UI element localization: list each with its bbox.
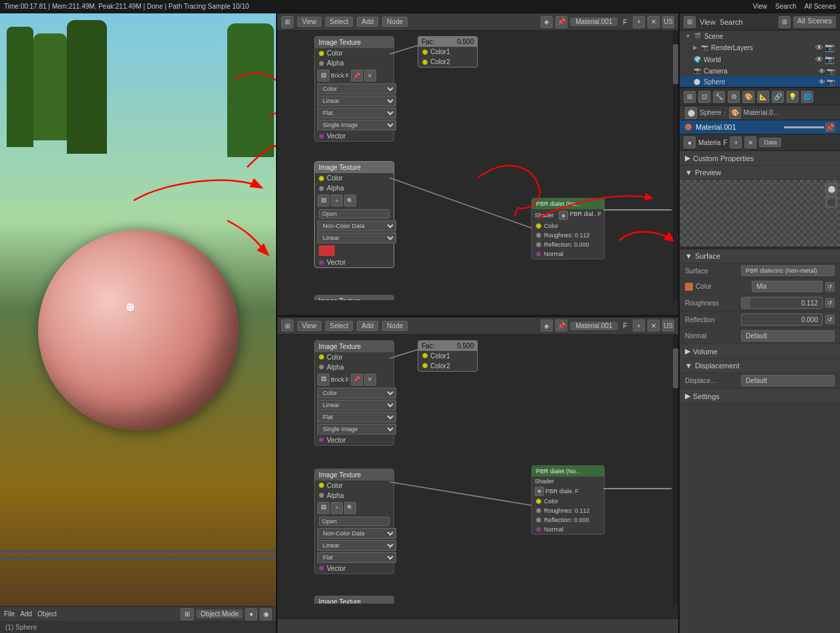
node-us-icon[interactable]: US bbox=[662, 16, 674, 28]
scrollbar-thumb[interactable] bbox=[673, 44, 678, 84]
roughness-slider[interactable]: 0.112 bbox=[741, 297, 823, 309]
vec-sock-b1[interactable] bbox=[319, 437, 324, 442]
open-field-b2[interactable]: Open bbox=[319, 517, 390, 526]
pbr-reflection-in-b[interactable] bbox=[536, 517, 541, 523]
mat-f-btn[interactable]: F bbox=[723, 139, 727, 146]
roughness-reset-icon[interactable]: ↺ bbox=[825, 298, 835, 307]
node-type-icon[interactable]: ◈ bbox=[541, 16, 553, 28]
node-icon-b2a[interactable]: 🖼 bbox=[317, 502, 329, 514]
data-btn[interactable]: Data bbox=[759, 138, 781, 147]
node-node-btn[interactable]: Node bbox=[382, 17, 408, 27]
prop-icon-2[interactable]: ⊡ bbox=[698, 91, 710, 103]
outliner-sphere[interactable]: ⬤ Sphere 👁 📷 bbox=[680, 76, 840, 87]
camera-render-icon[interactable]: 📷 bbox=[827, 68, 835, 75]
material-list-item[interactable]: Material.001 📌 bbox=[680, 120, 840, 134]
prop-icon-5[interactable]: 🎨 bbox=[742, 91, 754, 103]
pbr-reflection-in[interactable] bbox=[536, 242, 541, 247]
renderlayers-eye-icon[interactable]: 👁 bbox=[815, 43, 823, 52]
prop-icon-6[interactable]: 📐 bbox=[757, 91, 769, 103]
color-sock-b2[interactable] bbox=[319, 483, 324, 488]
node-pin-b1[interactable]: 📌 bbox=[351, 374, 363, 386]
mat-breadcrumb[interactable]: Material.0... bbox=[744, 109, 779, 116]
viewport-add-menu[interactable]: Add bbox=[20, 610, 32, 618]
color-swatch[interactable] bbox=[685, 283, 693, 291]
pbr-color-in[interactable] bbox=[536, 223, 541, 229]
preview-sphere-btn[interactable]: ⬤ bbox=[825, 182, 837, 195]
surface-value[interactable]: PBR dialectric (Non-metal) bbox=[741, 265, 835, 276]
img-tex-node-b2[interactable]: Image Texture Color Alpha 🖼 + 🔍 bbox=[314, 469, 394, 574]
node-select-btn[interactable]: Select bbox=[325, 17, 354, 27]
top-scenes-btn[interactable]: All Scenes bbox=[805, 3, 836, 10]
viewport-mode-label[interactable]: Object Mode bbox=[196, 610, 243, 618]
displacement-value[interactable]: Default bbox=[741, 375, 835, 386]
prop-icon-9[interactable]: 🌐 bbox=[801, 91, 813, 103]
preview-buttons[interactable]: ⬤ ⬛ bbox=[825, 182, 837, 208]
viewport-object-menu[interactable]: Object bbox=[37, 610, 57, 618]
node-type-icon-b[interactable]: ◈ bbox=[541, 320, 553, 332]
color1-socket-b[interactable] bbox=[422, 353, 428, 358]
preview-section-header[interactable]: ▼ Preview bbox=[680, 166, 840, 180]
displacement-section-header[interactable]: ▼ Displacement bbox=[680, 359, 840, 373]
node-scrollbar-v[interactable] bbox=[673, 31, 678, 300]
sphere-breadcrumb[interactable]: Sphere bbox=[700, 109, 721, 116]
img-tex-node-b3[interactable]: Image Texture Color Alpha Material.001 bbox=[314, 596, 394, 604]
pbr-node-2[interactable]: PBR dialet (No... Shader ◈ PBR diale. F … bbox=[531, 465, 605, 535]
reflection-slider[interactable]: 0.000 bbox=[741, 313, 823, 326]
alpha-socket-2[interactable] bbox=[319, 186, 324, 191]
node-x-icon-b[interactable]: ✕ bbox=[648, 320, 660, 332]
fac-mix-node-b[interactable]: Fac:0.500 Color1 Color2 bbox=[418, 340, 478, 372]
node-bottom-bar[interactable] bbox=[277, 618, 678, 633]
flat-dropdown-1[interactable]: Flat bbox=[317, 108, 396, 118]
node-icon-2a[interactable]: 🖼 bbox=[317, 195, 329, 207]
surface-section-header[interactable]: ▼ Surface bbox=[680, 249, 840, 263]
open-field-2[interactable]: Open bbox=[319, 209, 390, 219]
sphere-vis-icon[interactable]: 👁 bbox=[819, 78, 825, 86]
vector-socket-1[interactable] bbox=[319, 134, 324, 139]
vector-socket-2[interactable] bbox=[319, 260, 324, 265]
pbr-icon-1[interactable]: ◈ bbox=[559, 211, 568, 220]
node-node-btn-b[interactable]: Node bbox=[382, 321, 408, 331]
node-add-btn[interactable]: Add bbox=[357, 17, 378, 27]
outliner-scene[interactable]: ▼ 🎬 Scene bbox=[680, 31, 840, 41]
color-sock-b1[interactable] bbox=[319, 354, 324, 360]
mat-pin-icon[interactable]: 📌 bbox=[825, 122, 835, 132]
outliner-world[interactable]: 🌍 World 👁 📷 bbox=[680, 53, 840, 66]
reflection-reset-icon[interactable]: ↺ bbox=[825, 315, 835, 324]
mat-x-icon[interactable]: ✕ bbox=[744, 136, 756, 148]
volume-section-header[interactable]: ▶ Volume bbox=[680, 344, 840, 359]
image-texture-node-1[interactable]: Image Texture Color Alpha 🖼 Brick F bbox=[314, 36, 394, 142]
preview-flat-btn[interactable]: ⬛ bbox=[825, 196, 837, 208]
node-pin-icon-b[interactable]: 📌 bbox=[555, 320, 567, 332]
world-cam-icon[interactable]: 📷 bbox=[825, 55, 835, 64]
flat-dd-b1[interactable]: Flat bbox=[317, 412, 396, 422]
alpha-sock-b2[interactable] bbox=[319, 493, 324, 498]
scrollbar-thumb-b[interactable] bbox=[673, 348, 678, 388]
flat-dd-b2[interactable]: Flat bbox=[317, 552, 396, 563]
pbr-color-in-b[interactable] bbox=[536, 499, 541, 504]
all-scenes-label[interactable]: All Scenes bbox=[793, 16, 836, 28]
settings-section-header[interactable]: ▶ Settings bbox=[680, 389, 840, 404]
node-toolbar-bottom[interactable]: ⊞ View Select Add Node ◈ 📌 Material.001 … bbox=[277, 318, 678, 335]
linear-dropdown-1[interactable]: Linear bbox=[317, 96, 396, 106]
node-pin-icon[interactable]: 📌 bbox=[555, 16, 567, 28]
prop-icon-4[interactable]: ⚙ bbox=[728, 91, 740, 103]
vec-sock-b2[interactable] bbox=[319, 565, 324, 571]
normal-value[interactable]: Default bbox=[741, 330, 835, 342]
linear-dd-b2[interactable]: Linear bbox=[317, 540, 396, 551]
node-icon-b2c[interactable]: 🔍 bbox=[344, 502, 356, 514]
viewport-shading-btn[interactable]: ◉ bbox=[260, 608, 272, 620]
alpha-socket-1[interactable] bbox=[319, 61, 324, 66]
img-tex-node-b1[interactable]: Image Texture Color Alpha 🖼 Brick F bbox=[314, 340, 394, 446]
node-view-icon[interactable]: ⊞ bbox=[281, 16, 293, 28]
node-x-1[interactable]: ✕ bbox=[364, 70, 376, 82]
pbr-normal-in-b[interactable] bbox=[536, 527, 541, 532]
node-canvas-bottom[interactable]: Fac:0.500 Color1 Color2 Image Texture bbox=[277, 335, 678, 604]
color-dropdown-1[interactable]: Color bbox=[317, 84, 396, 94]
sphere-cam-icon[interactable]: 📷 bbox=[827, 78, 835, 86]
mat-prop-toolbar[interactable]: ● Materia F + ✕ Data bbox=[680, 134, 840, 151]
prop-icon-7[interactable]: 🔗 bbox=[772, 91, 784, 103]
single-dd-b1[interactable]: Single Image bbox=[317, 424, 396, 434]
node-us-icon-b[interactable]: US bbox=[662, 320, 674, 332]
mat-plus-icon[interactable]: + bbox=[730, 136, 742, 148]
prop-toolbar[interactable]: ⊞ ⊡ 🔧 ⚙ 🎨 📐 🔗 💡 🌐 bbox=[680, 88, 840, 106]
